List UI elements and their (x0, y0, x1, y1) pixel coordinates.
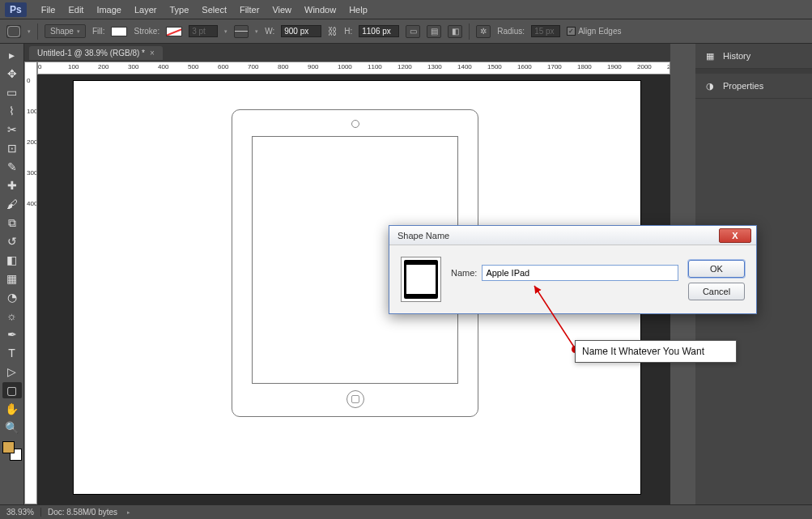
radius-input[interactable]: 15 px (531, 25, 560, 37)
dialog-name-label: Name: (451, 268, 477, 278)
stroke-swatch[interactable] (166, 27, 182, 36)
stamp-tool[interactable]: ⧉ (2, 215, 22, 231)
type-tool[interactable]: T (2, 345, 22, 361)
dialog-close-button[interactable]: X (719, 228, 751, 243)
status-info-dropdown-icon[interactable]: ▸ (127, 509, 130, 516)
status-bar: 38.93% Doc: 8.58M/0 bytes ▸ (0, 504, 812, 519)
fg-bg-swatches[interactable] (2, 441, 22, 461)
dialog-title: Shape Name (397, 231, 719, 240)
document-tab[interactable]: Untitled-1 @ 38.9% (RGB/8) * × (29, 46, 163, 60)
shape-tool-icon[interactable] (6, 25, 21, 38)
history-icon: ▦ (704, 50, 716, 62)
stroke-width-dropdown-icon[interactable]: ▾ (224, 28, 227, 35)
align-edges-checkbox[interactable]: ✓Align Edges (567, 27, 621, 36)
path-align-icon[interactable]: ▤ (427, 25, 441, 38)
callout-text: Name It Whatever You Want (575, 340, 737, 363)
shape-tool[interactable]: ▢ (2, 382, 22, 398)
ok-button[interactable]: OK (688, 260, 745, 278)
options-bar: ▾ Shape▾ Fill: Stroke: 3 pt ▾ ▾ W: 900 p… (0, 19, 812, 44)
dialog-titlebar[interactable]: Shape Name X (389, 226, 756, 245)
panel-properties[interactable]: ◑ Properties (695, 74, 812, 99)
menu-select[interactable]: Select (202, 5, 227, 15)
dodge-tool[interactable]: ☼ (2, 308, 22, 324)
panel-history-label: History (723, 51, 750, 61)
eraser-tool[interactable]: ◧ (2, 252, 22, 268)
history-brush-tool[interactable]: ↺ (2, 233, 22, 249)
path-select-tool[interactable]: ▷ (2, 364, 22, 380)
zoom-tool[interactable]: 🔍 (2, 419, 22, 436)
dialog-name-input[interactable] (482, 265, 678, 281)
move-tool[interactable]: ✥ (2, 66, 22, 82)
tab-toggle-icon[interactable]: ▸ (2, 47, 22, 63)
quick-select-tool[interactable]: ✂ (2, 121, 22, 138)
height-label: H: (344, 27, 352, 36)
menu-bar: Ps File Edit Image Layer Type Select Fil… (0, 0, 812, 19)
menu-layer[interactable]: Layer (134, 5, 157, 15)
shape-ipad-home (346, 390, 364, 408)
path-arrange-icon[interactable]: ◧ (448, 25, 462, 38)
eyedropper-tool[interactable]: ✎ (2, 159, 22, 175)
menu-type[interactable]: Type (170, 5, 189, 15)
fill-label: Fill: (92, 27, 105, 36)
close-icon[interactable]: × (150, 49, 155, 57)
menu-file[interactable]: File (41, 5, 56, 15)
gear-icon[interactable]: ✲ (476, 25, 491, 38)
marquee-tool[interactable]: ▭ (2, 84, 22, 100)
crop-tool[interactable]: ⊡ (2, 140, 22, 156)
cancel-button[interactable]: Cancel (688, 283, 745, 300)
shape-ipad-camera (351, 120, 359, 128)
menu-edit[interactable]: Edit (68, 5, 83, 15)
tool-preset-dropdown-icon[interactable]: ▾ (28, 28, 31, 35)
width-input[interactable]: 900 px (281, 25, 321, 37)
fill-swatch[interactable] (111, 27, 127, 36)
stroke-style-select[interactable] (234, 25, 249, 38)
properties-icon: ◑ (704, 80, 716, 91)
menu-filter[interactable]: Filter (240, 5, 259, 15)
panel-properties-label: Properties (723, 81, 763, 91)
path-ops-icon[interactable]: ▭ (406, 25, 420, 38)
menu-help[interactable]: Help (349, 5, 368, 15)
pen-tool[interactable]: ✒ (2, 326, 22, 342)
hand-tool[interactable]: ✋ (2, 401, 22, 417)
ruler-vertical[interactable]: 0100200300400 (24, 62, 37, 504)
app-badge: Ps (5, 2, 27, 17)
radius-label: Radius: (497, 27, 525, 36)
dialog-thumbnail (401, 257, 441, 302)
stroke-style-dropdown-icon[interactable]: ▾ (255, 28, 258, 35)
stroke-label: Stroke: (134, 27, 159, 36)
document-tab-bar: Untitled-1 @ 38.9% (RGB/8) * × (24, 44, 670, 62)
link-wh-icon[interactable]: ⛓ (328, 26, 338, 37)
width-label: W: (265, 27, 274, 36)
shape-name-dialog: Shape Name X Name: OK Cancel (389, 225, 757, 314)
panel-history[interactable]: ▦ History (695, 44, 812, 69)
document-tab-title: Untitled-1 @ 38.9% (RGB/8) * (37, 49, 145, 57)
lasso-tool[interactable]: ⌇ (2, 103, 22, 119)
blur-tool[interactable]: ◔ (2, 289, 22, 305)
menu-view[interactable]: View (272, 5, 291, 15)
menu-window[interactable]: Window (304, 5, 336, 15)
height-input[interactable]: 1106 px (359, 25, 399, 37)
tools-panel: ▸ ✥ ▭ ⌇ ✂ ⊡ ✎ ✚ 🖌 ⧉ ↺ ◧ ▦ ◔ ☼ ✒ T ▷ ▢ ✋ … (0, 44, 24, 504)
status-zoom[interactable]: 38.93% (0, 508, 41, 517)
brush-tool[interactable]: 🖌 (2, 196, 22, 212)
tool-mode-select[interactable]: Shape▾ (45, 24, 86, 38)
status-doc-info: Doc: 8.58M/0 bytes (41, 508, 124, 517)
stroke-width-input[interactable]: 3 pt (189, 25, 218, 37)
menu-image[interactable]: Image (96, 5, 121, 15)
gradient-tool[interactable]: ▦ (2, 270, 22, 287)
ruler-horizontal[interactable]: 0100200300400500600700800900100011001200… (37, 62, 670, 74)
heal-tool[interactable]: ✚ (2, 177, 22, 194)
